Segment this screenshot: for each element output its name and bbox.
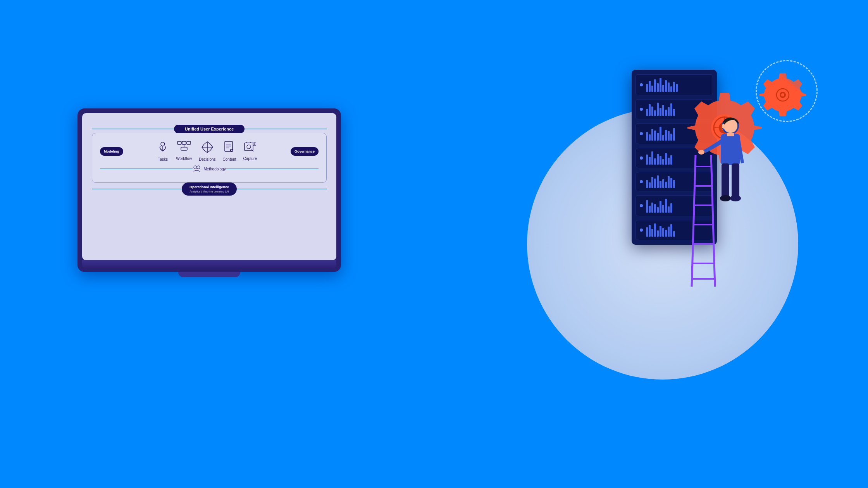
bar [651,86,653,92]
diagram-item-workflow: Workflow [176,141,192,161]
decisions-icon [201,141,214,155]
bar [660,226,661,237]
bar [654,131,656,141]
svg-point-21 [247,145,251,149]
laptop: Unified User Experience Modeling [78,108,341,277]
bar [646,132,648,141]
bar [660,156,661,165]
bar [651,151,653,165]
bar [676,84,678,92]
bar [662,228,664,237]
bar [654,79,656,92]
bar [673,128,675,141]
bar [657,175,659,188]
server-dot-7 [640,229,643,232]
tasks-label: Tasks [158,157,168,162]
bar [668,206,670,213]
items-row: Modeling [100,141,319,162]
diagram-item-content: Content [223,141,236,162]
bar [660,201,661,213]
main-box: Modeling [92,133,327,183]
bar [662,159,664,165]
diagram-item-tasks: Tasks [157,141,169,162]
svg-rect-6 [187,141,191,144]
capture-label: Capture [243,156,257,161]
ux-row: Unified User Experience [92,125,327,133]
bar [657,133,659,141]
bar [654,158,656,165]
methodology-row: Methodology [100,165,319,172]
bar [657,103,659,116]
bar [649,206,651,213]
bar [657,154,659,165]
bar [649,104,651,116]
diagram-item-decisions: Decisions [199,141,215,162]
bar [649,81,651,92]
workflow-icon [177,141,191,154]
bar [665,80,667,92]
bar [649,225,651,237]
bar [670,178,672,188]
svg-point-39 [781,93,784,96]
main-scene: Unified User Experience Modeling [0,0,868,488]
bar [649,182,651,188]
bar [665,182,667,188]
connector-left [92,129,174,129]
bar [646,200,648,213]
svg-rect-5 [182,141,186,144]
bar [670,203,672,213]
bar [665,110,667,116]
capture-icon [244,141,256,154]
diagram-item-capture: Capture [243,141,257,161]
bar [651,229,653,237]
server-dot-1 [640,83,643,86]
svg-point-45 [720,195,731,201]
bar [651,177,653,188]
methodology-text: Methodology [203,167,226,171]
svg-line-51 [711,155,715,287]
server-dot-6 [640,204,643,207]
svg-rect-4 [177,141,181,144]
svg-line-50 [692,155,696,287]
method-connector-right [226,168,319,169]
bar [660,108,661,116]
ops-connector-right [237,189,327,189]
center-items: Tasks [123,141,291,162]
svg-point-28 [194,166,197,169]
ops-sub: Analytics | Machine Learning | AI [189,190,229,194]
method-connector-left [100,168,193,169]
workflow-label: Workflow [176,156,192,161]
ops-label: Operational Intelligence [189,185,229,190]
bar [673,82,675,92]
bar [665,199,667,213]
bar [668,131,670,141]
bar [657,230,659,237]
bar [665,130,667,141]
bar [662,105,664,116]
bar [673,109,675,116]
tasks-icon [157,141,169,155]
bar [673,231,675,237]
server-dot-3 [640,132,643,135]
ops-connector-left [92,189,182,189]
ladder [690,155,721,287]
bar [660,78,661,92]
bar [660,127,661,141]
bar [657,83,659,92]
bar [668,107,670,116]
bar [649,134,651,141]
bar [665,230,667,237]
laptop-screen-inner: Unified User Experience Modeling [82,113,336,260]
bar [646,109,648,116]
bar [646,84,648,92]
bar [662,85,664,92]
bar [649,157,651,165]
server-dot-4 [640,156,643,160]
svg-point-0 [161,142,165,146]
bar [668,158,670,165]
bar [646,155,648,165]
bar [654,223,656,237]
svg-point-42 [698,150,704,155]
laptop-screen-outer: Unified User Experience Modeling [78,108,341,272]
modeling-pill: Modeling [100,147,123,156]
